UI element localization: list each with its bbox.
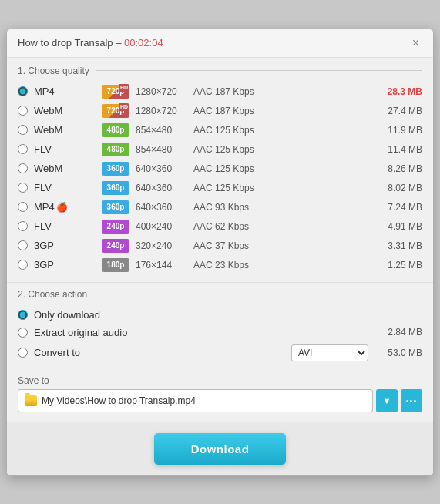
saveto-dropdown-button[interactable]: ▼ bbox=[376, 389, 398, 412]
filesize: 1.25 MB bbox=[376, 260, 422, 270]
quality-section-header: 1. Choose quality bbox=[18, 66, 422, 76]
quality-radio-q3[interactable] bbox=[18, 125, 28, 135]
filesize: 27.4 MB bbox=[376, 106, 422, 116]
filesize: 4.91 MB bbox=[376, 221, 422, 232]
audio-info: AAC 62 Kbps bbox=[193, 221, 376, 232]
quality-row[interactable]: WebM720pHD1280×720AAC 187 Kbps27.4 MB bbox=[18, 102, 422, 120]
action-section-label: 2. Choose action bbox=[18, 289, 87, 300]
badge-text: 240p bbox=[107, 241, 125, 250]
quality-radio-q2[interactable] bbox=[18, 106, 28, 116]
quality-row[interactable]: WebM480p854×480AAC 125 Kbps11.9 MB bbox=[18, 121, 422, 139]
quality-radio-q8[interactable] bbox=[18, 221, 28, 231]
saveto-browse-button[interactable]: ••• bbox=[401, 389, 422, 412]
quality-section-label: 1. Choose quality bbox=[18, 66, 89, 76]
ellipsis-icon: ••• bbox=[406, 396, 418, 405]
format-name[interactable]: WebM bbox=[34, 105, 71, 116]
quality-badge: 480p bbox=[102, 143, 129, 156]
quality-radio-q10[interactable] bbox=[18, 260, 28, 270]
saveto-input-display[interactable]: My Videos\How to drop Transalp.mp4 bbox=[18, 389, 373, 412]
action-convert-to-row: Convert to AVIMP4MKVMOVWMVFLV 53.0 MB bbox=[18, 341, 422, 365]
format-name[interactable]: FLV bbox=[34, 220, 71, 232]
action-section: 2. Choose action Only download Extract o… bbox=[7, 282, 433, 371]
filesize: 11.9 MB bbox=[376, 125, 422, 136]
action-extract-audio-radio[interactable] bbox=[18, 328, 28, 338]
saveto-path: My Videos\How to drop Transalp.mp4 bbox=[42, 395, 196, 406]
dialog-title: How to drop Transalp – 00:02:04 bbox=[18, 37, 163, 49]
quality-section: 1. Choose quality MP4720pHD1280×720AAC 1… bbox=[7, 58, 433, 279]
format-cell: 3GP bbox=[34, 259, 102, 270]
resolution: 854×480 bbox=[136, 144, 193, 155]
badge-text: 180p bbox=[107, 260, 125, 269]
quality-row[interactable]: WebM360p640×360AAC 125 Kbps8.26 MB bbox=[18, 160, 422, 178]
quality-row[interactable]: FLV360p640×360AAC 125 Kbps8.02 MB bbox=[18, 179, 422, 197]
saveto-row: My Videos\How to drop Transalp.mp4 ▼ ••• bbox=[18, 389, 422, 412]
quality-badge: 360p bbox=[102, 181, 129, 195]
quality-row[interactable]: FLV240p400×240AAC 62 Kbps4.91 MB bbox=[18, 217, 422, 236]
resolution: 400×240 bbox=[136, 221, 193, 232]
format-name[interactable]: MP4🍎 bbox=[34, 201, 71, 213]
quality-row[interactable]: MP4🍎360p640×360AAC 93 Kbps7.24 MB bbox=[18, 198, 422, 217]
filesize: 3.31 MB bbox=[376, 240, 422, 251]
format-name[interactable]: WebM bbox=[34, 124, 71, 136]
resolution: 640×360 bbox=[136, 202, 193, 213]
quality-badge: 480p bbox=[102, 123, 129, 137]
resolution: 854×480 bbox=[136, 125, 193, 136]
quality-radio-q9[interactable] bbox=[18, 240, 28, 250]
badge-text: 360p bbox=[107, 203, 125, 211]
filesize: 8.02 MB bbox=[376, 183, 422, 193]
close-button[interactable]: × bbox=[409, 37, 422, 49]
action-only-download-label[interactable]: Only download bbox=[34, 309, 422, 321]
apple-icon: 🍎 bbox=[56, 202, 68, 213]
saveto-section: Save to My Videos\How to drop Transalp.m… bbox=[7, 371, 433, 422]
hd-tag: HD bbox=[119, 84, 129, 92]
action-section-header: 2. Choose action bbox=[18, 289, 422, 300]
badge-text: 360p bbox=[107, 164, 125, 173]
quality-badge: 240p bbox=[102, 220, 129, 234]
quality-row[interactable]: 3GP180p176×144AAC 23 Kbps1.25 MB bbox=[18, 256, 422, 274]
quality-radio-q7[interactable] bbox=[18, 202, 28, 212]
quality-radio-q5[interactable] bbox=[18, 163, 28, 173]
action-convert-to-radio[interactable] bbox=[18, 348, 28, 358]
footer: Download bbox=[7, 422, 433, 475]
format-name[interactable]: 3GP bbox=[34, 240, 71, 251]
action-extract-audio-label[interactable]: Extract original audio bbox=[34, 327, 368, 338]
quality-row[interactable]: 3GP240p320×240AAC 37 Kbps3.31 MB bbox=[18, 237, 422, 255]
audio-info: AAC 125 Kbps bbox=[193, 183, 376, 193]
filesize: 7.24 MB bbox=[376, 202, 422, 213]
quality-radio-q6[interactable] bbox=[18, 183, 28, 193]
format-cell: FLV bbox=[34, 220, 102, 232]
resolution: 1280×720 bbox=[136, 86, 193, 97]
quality-row[interactable]: FLV480p854×480AAC 125 Kbps11.4 MB bbox=[18, 140, 422, 159]
action-convert-to-label[interactable]: Convert to bbox=[34, 347, 284, 358]
resolution: 1280×720 bbox=[136, 106, 193, 116]
convert-format-select[interactable]: AVIMP4MKVMOVWMVFLV bbox=[291, 344, 368, 361]
format-name[interactable]: 3GP bbox=[34, 259, 71, 270]
quality-badge: 180p bbox=[102, 258, 129, 272]
format-name[interactable]: FLV bbox=[34, 143, 71, 155]
format-cell: MP4 bbox=[34, 86, 102, 97]
action-extract-audio-row: Extract original audio 2.84 MB bbox=[18, 324, 422, 341]
action-only-download-row: Only download bbox=[18, 306, 422, 324]
format-name[interactable]: MP4 bbox=[34, 86, 71, 97]
title-time: 00:02:04 bbox=[124, 37, 163, 49]
download-button[interactable]: Download bbox=[154, 433, 287, 465]
quality-radio-q4[interactable] bbox=[18, 144, 28, 154]
format-cell: FLV bbox=[34, 143, 102, 155]
resolution: 640×360 bbox=[136, 163, 193, 174]
audio-info: AAC 125 Kbps bbox=[193, 125, 376, 136]
convert-to-size: 53.0 MB bbox=[368, 348, 422, 358]
quality-row[interactable]: MP4720pHD1280×720AAC 187 Kbps28.3 MB bbox=[18, 82, 422, 101]
action-only-download-radio[interactable] bbox=[18, 310, 28, 320]
format-name[interactable]: WebM bbox=[34, 163, 71, 174]
quality-badge: 720pHD bbox=[102, 85, 129, 99]
extract-audio-size: 2.84 MB bbox=[368, 327, 422, 338]
audio-info: AAC 125 Kbps bbox=[193, 144, 376, 155]
chevron-down-icon: ▼ bbox=[383, 396, 391, 405]
audio-info: AAC 187 Kbps bbox=[193, 86, 376, 97]
quality-radio-q1[interactable] bbox=[18, 86, 28, 96]
format-cell: WebM bbox=[34, 105, 102, 116]
format-cell: FLV bbox=[34, 182, 102, 193]
quality-badge: 360p bbox=[102, 162, 129, 176]
resolution: 320×240 bbox=[136, 240, 193, 251]
format-name[interactable]: FLV bbox=[34, 182, 71, 193]
